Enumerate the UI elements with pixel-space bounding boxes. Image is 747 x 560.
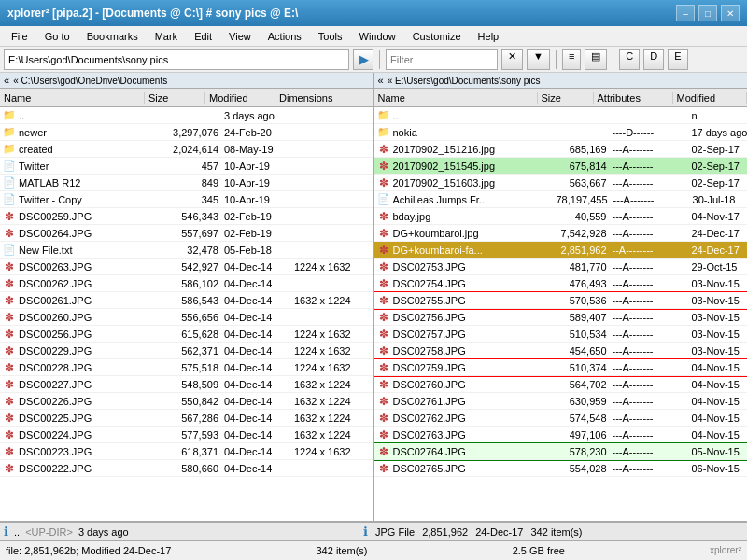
list-item[interactable]: ✽ 20170902_151545.jpg 675,814 ---A------… — [374, 158, 748, 175]
maximize-button[interactable]: □ — [698, 5, 717, 21]
list-item[interactable]: ✽ bday.jpg 40,559 ---A------- 04-Nov-17 — [374, 208, 748, 225]
status-icon-left: ℹ — [4, 525, 8, 539]
menu-bar: File Go to Bookmarks Mark Edit View Acti… — [0, 26, 747, 47]
list-item[interactable]: ✽ DSC00260.JPG 556,656 04-Dec-14 — [0, 309, 374, 326]
menu-bookmarks[interactable]: Bookmarks — [79, 29, 146, 44]
list-item[interactable]: ✽ DSC00261.JPG 586,543 04-Dec-14 1632 x … — [0, 292, 374, 309]
list-item[interactable]: ✽ DG+koumbaroi.jpg 7,542,928 ---A-------… — [374, 225, 748, 242]
col-name-left[interactable]: Name — [0, 92, 145, 104]
list-item[interactable]: ✽ DSC02756.JPG 589,407 ---A------- 03-No… — [374, 309, 748, 326]
list-item[interactable]: ✽ DSC00229.JPG 562,371 04-Dec-14 1224 x … — [0, 343, 374, 359]
list-item[interactable]: ✽ DSC00224.JPG 577,593 04-Dec-14 1632 x … — [0, 427, 374, 443]
menu-file[interactable]: File — [4, 29, 35, 44]
go-button[interactable]: ▶ — [353, 49, 374, 70]
list-item[interactable]: ✽ DG+koumbaroi-fa... 2,851,962 --A------… — [374, 242, 748, 259]
list-item[interactable]: ✽ DSC02753.JPG 481,770 ---A------- 29-Oc… — [374, 259, 748, 275]
file-modified: 10-Apr-19 — [224, 161, 294, 172]
view-btn2[interactable]: ▤ — [585, 49, 607, 70]
drive-e[interactable]: E — [668, 49, 687, 70]
list-item[interactable]: ✽ DSC00223.JPG 618,371 04-Dec-14 1224 x … — [0, 443, 374, 460]
list-item[interactable]: ✽ DSC02754.JPG 476,493 ---A------- 03-No… — [374, 275, 748, 292]
menu-help[interactable]: Help — [471, 29, 507, 44]
col-name-right[interactable]: Name — [374, 92, 538, 104]
list-item[interactable]: ✽ DSC00263.JPG 542,927 04-Dec-14 1224 x … — [0, 259, 374, 275]
bottom-brand: xplorer² — [710, 545, 741, 555]
menu-tools[interactable]: Tools — [311, 29, 350, 44]
list-item[interactable]: 📄 Twitter - Copy 345 10-Apr-19 — [0, 191, 374, 208]
list-item[interactable]: ✽ DSC00228.JPG 575,518 04-Dec-14 1224 x … — [0, 359, 374, 376]
file-name: DG+koumbaroi-fa... — [393, 245, 557, 256]
file-dim: 1224 x 1632 — [294, 362, 372, 373]
list-item[interactable]: ✽ DSC02759.JPG 510,374 ---A------- 04-No… — [374, 359, 748, 376]
drive-d[interactable]: D — [643, 49, 664, 70]
file-name: DSC00226.JPG — [19, 396, 163, 407]
address-bar[interactable]: E:\Users\god\Documents\sony pics — [4, 49, 349, 70]
file-name: nokia — [393, 127, 557, 138]
list-item[interactable]: ✽ DSC02763.JPG 497,106 ---A------- 04-No… — [374, 427, 748, 443]
file-size: 586,543 — [163, 295, 224, 306]
list-item[interactable]: 📄 New File.txt 32,478 05-Feb-18 — [0, 242, 374, 259]
col-size-left[interactable]: Size — [145, 92, 205, 104]
list-item[interactable]: ✽ DSC00259.JPG 546,343 02-Feb-19 — [0, 208, 374, 225]
list-item[interactable]: 📁 .. 3 days ago — [0, 107, 374, 124]
file-modified: 08-May-19 — [224, 144, 294, 155]
window-controls[interactable]: – □ ✕ — [676, 5, 740, 21]
file-name: DSC00228.JPG — [19, 362, 163, 373]
menu-actions[interactable]: Actions — [261, 29, 309, 44]
list-item[interactable]: ✽ DSC00227.JPG 548,509 04-Dec-14 1632 x … — [0, 376, 374, 393]
file-attr: ---A------- — [613, 295, 692, 306]
list-item[interactable]: ✽ DSC00222.JPG 580,660 04-Dec-14 — [0, 460, 374, 477]
list-item[interactable]: ✽ DSC00256.JPG 615,628 04-Dec-14 1224 x … — [0, 326, 374, 343]
list-item[interactable]: ✽ 20170902_151603.jpg 563,667 ---A------… — [374, 175, 748, 191]
list-item[interactable]: 📄 Twitter 457 10-Apr-19 — [0, 158, 374, 175]
drive-c[interactable]: C — [619, 49, 640, 70]
list-item[interactable]: ✽ DSC00262.JPG 586,102 04-Dec-14 — [0, 275, 374, 292]
view-btn1[interactable]: ≡ — [562, 49, 581, 70]
close-button[interactable]: ✕ — [721, 5, 740, 21]
menu-view[interactable]: View — [221, 29, 259, 44]
list-item[interactable]: 📁 nokia ----D------ 17 days ago — [374, 124, 748, 141]
file-name: DSC00222.JPG — [19, 463, 163, 474]
file-modified: 06-Nov-15 — [692, 463, 746, 474]
file-attr: ---A------- — [613, 463, 692, 474]
list-item[interactable]: ✽ DSC02758.JPG 454,650 ---A------- 03-No… — [374, 343, 748, 359]
filter-options[interactable]: ▼ — [527, 49, 550, 70]
list-item[interactable]: ✽ DSC02761.JPG 630,959 ---A------- 04-No… — [374, 393, 748, 410]
list-item[interactable]: 📁 .. n — [374, 107, 748, 124]
filter-clear[interactable]: ✕ — [501, 49, 523, 70]
list-item[interactable]: ✽ DSC00225.JPG 567,286 04-Dec-14 1632 x … — [0, 410, 374, 427]
list-item[interactable]: 📄 MATLAB R12 849 10-Apr-19 — [0, 175, 374, 191]
img-icon: ✽ — [2, 310, 17, 325]
list-item[interactable]: ✽ 20170902_151216.jpg 685,169 ---A------… — [374, 141, 748, 158]
menu-customize[interactable]: Customize — [405, 29, 469, 44]
file-modified: 10-Apr-19 — [224, 194, 294, 205]
col-attr-right[interactable]: Attributes — [594, 92, 673, 104]
file-size: 557,697 — [163, 228, 224, 239]
right-file-list[interactable]: 📁 .. n 📁 nokia ----D------ 17 days ago ✽… — [374, 107, 748, 521]
left-pane-header: « « C:\Users\god\OneDrive\Documents — [0, 73, 374, 89]
menu-window[interactable]: Window — [352, 29, 403, 44]
list-item[interactable]: ✽ DSC02755.JPG 570,536 ---A------- 03-No… — [374, 292, 748, 309]
menu-edit[interactable]: Edit — [187, 29, 219, 44]
list-item[interactable]: ✽ DSC00226.JPG 550,842 04-Dec-14 1632 x … — [0, 393, 374, 410]
list-item[interactable]: ✽ DSC02762.JPG 574,548 ---A------- 04-No… — [374, 410, 748, 427]
list-item[interactable]: ✽ DSC02764.JPG 578,230 ---A------- 05-No… — [374, 443, 748, 460]
list-item[interactable]: 📁 newer 3,297,076 24-Feb-20 — [0, 124, 374, 141]
filter-input[interactable] — [386, 49, 498, 70]
list-item[interactable]: ✽ DSC02760.JPG 564,702 ---A------- 04-No… — [374, 376, 748, 393]
list-item[interactable]: ✽ DSC00264.JPG 557,697 02-Feb-19 — [0, 225, 374, 242]
col-modified-right[interactable]: Modified — [673, 92, 748, 104]
minimize-button[interactable]: – — [676, 5, 695, 21]
col-size-right[interactable]: Size — [538, 92, 594, 104]
col-dim-left[interactable]: Dimensions — [275, 92, 374, 104]
img-icon: ✽ — [2, 226, 17, 241]
list-item[interactable]: 📁 created 2,024,614 08-May-19 — [0, 141, 374, 158]
status-area: ℹ .. <UP-DIR> 3 days ago ℹ JPG File 2,85… — [0, 521, 747, 540]
col-modified-left[interactable]: Modified — [205, 92, 275, 104]
menu-goto[interactable]: Go to — [37, 29, 78, 44]
list-item[interactable]: 📄 Achilleas Jumps Fr... 78,197,455 ---A-… — [374, 191, 748, 208]
list-item[interactable]: ✽ DSC02757.JPG 510,534 ---A------- 03-No… — [374, 326, 748, 343]
left-file-list[interactable]: 📁 .. 3 days ago 📁 newer 3,297,076 24-Feb… — [0, 107, 374, 521]
menu-mark[interactable]: Mark — [148, 29, 185, 44]
list-item[interactable]: ✽ DSC02765.JPG 554,028 ---A------- 06-No… — [374, 460, 748, 477]
